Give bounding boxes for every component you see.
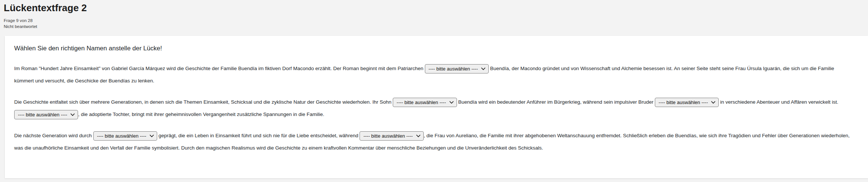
question-progress: Frage 9 von 28 <box>4 18 868 24</box>
chevron-down-icon <box>481 68 485 70</box>
chevron-down-icon <box>711 101 715 104</box>
text-segment: Im Roman "Hundert Jahre Einsamkeit" von … <box>14 66 425 71</box>
gap-select-6[interactable]: ---- bitte auswählen ---- <box>360 131 423 141</box>
gap-select-label: ---- bitte auswählen ---- <box>97 130 146 142</box>
text-segment: Die nächste Generation wird durch <box>14 133 93 138</box>
gap-select-2[interactable]: ---- bitte auswählen ---- <box>393 98 457 107</box>
chevron-down-icon <box>416 135 420 137</box>
text-segment: Buendía wird ein bedeutender Anführer im… <box>457 99 655 105</box>
gap-select-label: ---- bitte auswählen ---- <box>659 96 708 109</box>
question-paragraph-1: Im Roman "Hundert Jahre Einsamkeit" von … <box>14 62 855 87</box>
question-header: Lückentextfrage 2 Frage 9 von 28 Nicht b… <box>0 0 868 29</box>
question-card: Wählen Sie den richtigen Namen anstelle … <box>5 36 868 178</box>
chevron-down-icon <box>449 101 454 104</box>
gap-select-label: ---- bitte auswählen ---- <box>18 109 67 121</box>
question-status: Nicht beantwortet <box>4 24 868 30</box>
question-paragraph-3: Die nächste Generation wird durch ---- b… <box>14 129 855 154</box>
page-title: Lückentextfrage 2 <box>4 2 868 14</box>
gap-select-label: ---- bitte auswählen ---- <box>363 130 413 142</box>
text-segment: Die Geschichte entfaltet sich über mehre… <box>14 99 393 105</box>
question-meta: Frage 9 von 28 Nicht beantwortet <box>4 18 868 29</box>
question-paragraph-2: Die Geschichte entfaltet sich über mehre… <box>14 96 855 120</box>
gap-select-label: ---- bitte auswählen ---- <box>396 96 446 109</box>
chevron-down-icon <box>71 113 75 116</box>
chevron-down-icon <box>150 135 154 137</box>
gap-select-5[interactable]: ---- bitte auswählen ---- <box>93 131 157 141</box>
gap-select-label: ---- bitte auswählen ---- <box>429 63 478 75</box>
text-segment: , die adoptierte Tochter, bringt mit ihr… <box>78 112 324 117</box>
gap-select-1[interactable]: ---- bitte auswählen ---- <box>425 64 489 73</box>
question-prompt: Wählen Sie den richtigen Namen anstelle … <box>14 45 855 52</box>
text-segment: in verschiedene Abenteuer und Affären ve… <box>719 99 838 105</box>
text-segment: geprägt, die ein Leben in Einsamkeit füh… <box>157 133 360 138</box>
gap-select-3[interactable]: ---- bitte auswählen ---- <box>655 98 719 107</box>
gap-select-4[interactable]: ---- bitte auswählen ---- <box>14 110 78 119</box>
